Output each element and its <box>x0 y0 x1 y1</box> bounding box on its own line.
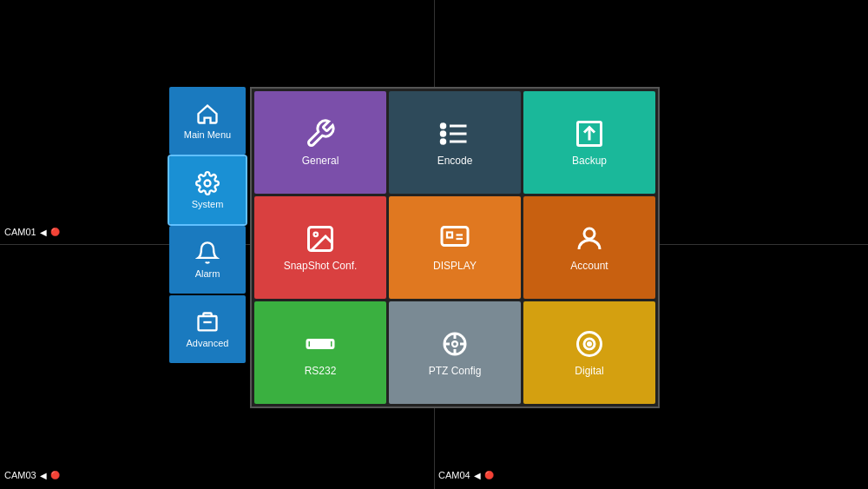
menu-item-encode[interactable]: Encode <box>389 91 521 194</box>
sidebar-item-system[interactable]: System <box>169 156 246 224</box>
menu-item-rs232[interactable]: RS232 <box>254 301 386 404</box>
sidebar-item-main-menu-label: Main Menu <box>184 129 231 140</box>
menu-item-backup[interactable]: Backup <box>523 91 655 194</box>
cam04-record-icon: 🔴 <box>484 471 494 479</box>
menu-item-general-label: General <box>302 155 339 167</box>
svg-point-30 <box>589 343 591 346</box>
menu-item-general[interactable]: General <box>254 91 386 194</box>
person-icon <box>574 223 605 254</box>
serial-icon <box>305 328 336 360</box>
cam01-label: CAM01 ◀ 🔴 <box>4 227 60 237</box>
gear-icon <box>195 171 220 195</box>
svg-point-7 <box>441 140 445 144</box>
cam01-icon: ◀ <box>40 228 47 237</box>
bell-icon <box>195 241 220 265</box>
svg-rect-19 <box>317 343 319 346</box>
main-container: Main Menu System Alarm Advanced <box>169 87 660 408</box>
sidebar-item-alarm-label: Alarm <box>195 268 220 279</box>
menu-item-display[interactable]: DISPLAY <box>389 196 521 299</box>
camera-circle-icon <box>574 328 605 360</box>
box-icon <box>195 310 220 334</box>
cam03-record-icon: 🔴 <box>50 471 60 479</box>
svg-point-23 <box>452 341 457 347</box>
sidebar-item-alarm[interactable]: Alarm <box>169 226 246 294</box>
menu-item-digital-label: Digital <box>575 365 603 377</box>
svg-rect-1 <box>199 316 217 330</box>
svg-point-5 <box>441 124 445 129</box>
svg-rect-20 <box>322 343 325 346</box>
crosshair-icon <box>439 328 470 360</box>
cam04-label: CAM04 ◀ 🔴 <box>438 470 494 480</box>
menu-item-account-label: Account <box>570 260 608 272</box>
grid-menu: General Encode Backup <box>250 87 660 408</box>
sidebar: Main Menu System Alarm Advanced <box>169 87 247 408</box>
sidebar-item-system-label: System <box>192 199 224 209</box>
menu-item-ptz-label: PTZ Config <box>429 365 482 377</box>
svg-rect-18 <box>312 343 314 346</box>
cam01-record-icon: 🔴 <box>50 228 60 236</box>
image-icon <box>305 223 336 254</box>
svg-point-6 <box>441 132 445 136</box>
menu-item-account[interactable]: Account <box>523 196 655 299</box>
svg-point-11 <box>314 233 319 237</box>
svg-rect-12 <box>442 228 468 246</box>
cam03-label: CAM03 ◀ 🔴 <box>4 470 60 480</box>
sidebar-item-advanced[interactable]: Advanced <box>169 295 246 363</box>
menu-item-rs232-label: RS232 <box>305 365 337 377</box>
menu-item-encode-label: Encode <box>437 155 473 167</box>
svg-point-0 <box>205 181 211 187</box>
menu-item-snapshot[interactable]: SnapShot Conf. <box>254 196 386 299</box>
display-icon <box>439 223 470 254</box>
svg-rect-13 <box>447 233 452 238</box>
sidebar-item-main-menu[interactable]: Main Menu <box>169 87 246 155</box>
upload-icon <box>574 118 605 149</box>
menu-item-backup-label: Backup <box>572 155 607 167</box>
wrench-icon <box>305 118 336 149</box>
cam03-icon: ◀ <box>40 471 47 480</box>
home-icon <box>195 102 220 126</box>
list-icon <box>439 118 470 149</box>
sidebar-item-advanced-label: Advanced <box>187 338 229 348</box>
svg-rect-21 <box>327 343 330 346</box>
menu-item-digital[interactable]: Digital <box>523 301 655 404</box>
svg-point-16 <box>584 228 595 239</box>
menu-item-ptz[interactable]: PTZ Config <box>389 301 521 404</box>
menu-item-display-label: DISPLAY <box>433 260 477 272</box>
cam04-icon: ◀ <box>474 471 481 480</box>
menu-item-snapshot-label: SnapShot Conf. <box>284 260 358 272</box>
